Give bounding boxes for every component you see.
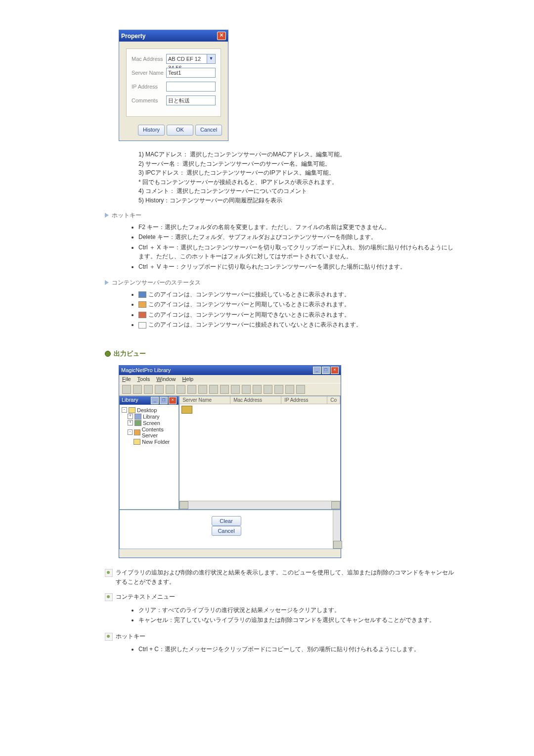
- menu-file[interactable]: FFileile: [122, 376, 131, 382]
- property-explanation: 1) MACアドレス： 選択したコンテンツサーバーのMACアドレス。編集可能。 …: [138, 150, 455, 205]
- status-heading: コンテンツサーバーのステータス: [105, 279, 455, 287]
- menu-bar: FFileile Tools Window Help: [119, 375, 341, 383]
- tree-node[interactable]: -Contents Server: [128, 426, 177, 438]
- toolbar-icon[interactable]: [274, 385, 283, 394]
- close-icon[interactable]: ×: [169, 397, 177, 404]
- ip-address-field[interactable]: [166, 82, 216, 92]
- toolbar-icon[interactable]: [177, 385, 185, 394]
- toolbar-icon[interactable]: [187, 385, 196, 394]
- server-connected-icon: [138, 291, 146, 298]
- output-view-section-heading: 出力ビュー: [105, 349, 455, 358]
- list-item: Delete キー：選択したフォルダ、サブフォルダおよびコンテンツサーバーを削除…: [138, 233, 455, 242]
- ip-address-label: IP Address: [132, 84, 166, 90]
- comments-label: Comments: [132, 97, 166, 103]
- tree-node[interactable]: +Screen: [128, 420, 177, 426]
- folder-icon: [134, 439, 140, 445]
- output-description: ライブラリの追加および削除の進行状況と結果を表示します。このビューを使用して、追…: [105, 568, 455, 586]
- scroll-right-icon[interactable]: [331, 501, 340, 509]
- col-server-name[interactable]: Server Name: [179, 396, 230, 404]
- server-sync-fail-icon: [138, 312, 146, 318]
- maximize-icon[interactable]: □: [322, 367, 330, 374]
- ok-button[interactable]: OK: [167, 125, 193, 136]
- toolbar-icon[interactable]: [155, 385, 164, 394]
- arrow-icon: [105, 213, 109, 218]
- status-bar: [119, 549, 341, 558]
- scroll-down-icon[interactable]: [333, 541, 342, 549]
- library-app-window: MagicNetPro Library _ □ × FFileile Tools…: [119, 365, 341, 558]
- tree-title-bar: Library _ □ ×: [120, 396, 178, 405]
- property-dialog: Property × Mac Address AB CD EF 12 34 56…: [119, 30, 228, 141]
- explain-line: * 回でもコンテンツサーバーが接続されると、IPアドレスが表示されます。: [138, 178, 455, 187]
- toolbar-icon[interactable]: [253, 385, 262, 394]
- horizontal-scrollbar[interactable]: [179, 501, 340, 509]
- server-name-label: Server Name: [132, 70, 166, 76]
- expand-icon[interactable]: +: [128, 420, 133, 425]
- cancel-button[interactable]: Cancel: [212, 526, 241, 536]
- hotkey2-heading: ホットキー: [105, 632, 455, 641]
- explain-line: 2) サーバー名： 選択したコンテンツサーバーのサーバー名。編集可能。: [138, 159, 455, 169]
- list-item: Ctrl + C：選択したメッセージをクリップボードにコピーして、別の場所に貼り…: [138, 645, 455, 654]
- note-icon: [105, 633, 113, 641]
- minimize-icon[interactable]: _: [151, 397, 159, 404]
- toolbar-icon[interactable]: [198, 385, 207, 394]
- toolbar-icon[interactable]: [122, 385, 131, 394]
- close-icon[interactable]: ×: [331, 367, 339, 374]
- list-body[interactable]: [179, 404, 340, 501]
- col-ip-address[interactable]: IP Address: [281, 396, 327, 404]
- vertical-scrollbar[interactable]: [333, 510, 340, 549]
- list-header: Server Name Mac Address IP Address Co: [179, 396, 340, 404]
- status-list: このアイコンは、コンテンツサーバーに接続しているときに表示されます。 このアイコ…: [138, 290, 455, 330]
- dialog-title: Property: [121, 33, 145, 40]
- close-icon[interactable]: ×: [217, 32, 226, 40]
- list-item: このアイコンは、コンテンツサーバーと同期しているときに表示されます。: [138, 300, 455, 309]
- list-item: Ctrl ＋ X キー：選択したコンテンツサーバーを切り取ってクリップボードに入…: [138, 243, 455, 261]
- toolbar-icon[interactable]: [285, 385, 294, 394]
- menu-tools[interactable]: Tools: [137, 376, 150, 382]
- expand-icon[interactable]: +: [128, 414, 133, 419]
- context-menu-list: クリア：すべてのライブラリの進行状況と結果メッセージをクリアします。 キャンセル…: [138, 606, 455, 625]
- list-item: このアイコンは、コンテンツサーバーと同期できないときに表示されます。: [138, 310, 455, 320]
- menu-window[interactable]: Window: [156, 376, 176, 382]
- tree-node[interactable]: -Desktop: [122, 407, 177, 413]
- collapse-icon[interactable]: -: [128, 429, 133, 435]
- note-icon: [105, 569, 113, 577]
- toolbar-icon[interactable]: [133, 385, 142, 394]
- clear-button[interactable]: Clear: [212, 516, 241, 526]
- menu-help[interactable]: Help: [182, 376, 194, 382]
- toolbar-icon[interactable]: [144, 385, 153, 394]
- tree-node[interactable]: +Library: [128, 414, 177, 420]
- minimize-icon[interactable]: _: [313, 367, 321, 374]
- cancel-button[interactable]: Cancel: [195, 125, 222, 136]
- explain-line: 5) History：コンテンツサーバーの同期履歴記録を表示: [138, 196, 455, 205]
- list-item: このアイコンは、コンテンツサーバーに接続しているときに表示されます。: [138, 290, 455, 299]
- comments-field[interactable]: 日と転送: [166, 95, 216, 105]
- hotkey2-list: Ctrl + C：選択したメッセージをクリップボードにコピーして、別の場所に貼り…: [138, 645, 455, 654]
- col-mac-address[interactable]: Mac Address: [230, 396, 281, 404]
- list-item: キャンセル：完了していないライブラリの追加または削除コマンドを選択してキャンセル…: [138, 615, 455, 625]
- toolbar-icon[interactable]: [220, 385, 229, 394]
- toolbar-icon[interactable]: [209, 385, 218, 394]
- list-panel: Server Name Mac Address IP Address Co: [179, 396, 341, 510]
- toolbar-icon[interactable]: [296, 385, 305, 394]
- explain-line: 1) MACアドレス： 選択したコンテンツサーバーのMACアドレス。編集可能。: [138, 150, 455, 159]
- history-button[interactable]: History: [138, 125, 165, 136]
- maximize-icon[interactable]: □: [160, 397, 168, 404]
- toolbar-icon[interactable]: [166, 385, 175, 394]
- mac-address-field[interactable]: AB CD EF 12 34 56: [166, 54, 207, 64]
- folder-icon[interactable]: [181, 406, 192, 414]
- scroll-left-icon[interactable]: [179, 501, 188, 509]
- mac-dropdown-icon[interactable]: ▼: [207, 54, 216, 64]
- tree-node[interactable]: New Folder: [134, 439, 177, 445]
- server-syncing-icon: [138, 301, 146, 308]
- toolbar-icon[interactable]: [264, 385, 272, 394]
- toolbar-icon[interactable]: [242, 385, 251, 394]
- toolbar-icon[interactable]: [231, 385, 240, 394]
- server-name-field[interactable]: Test1: [166, 68, 216, 78]
- server-disconnected-icon: [138, 322, 146, 329]
- col-co[interactable]: Co: [327, 396, 340, 404]
- collapse-icon[interactable]: -: [122, 407, 127, 413]
- library-icon: [134, 414, 141, 420]
- explain-line: 3) IPCアドレス： 選択したコンテンツサーバーのIPアドレス。編集可能。: [138, 168, 455, 178]
- screen-icon: [134, 420, 141, 426]
- hotkey-list: F2 キー：選択したフォルダの名前を変更します。ただし、ファイルの名前は変更でき…: [138, 223, 455, 272]
